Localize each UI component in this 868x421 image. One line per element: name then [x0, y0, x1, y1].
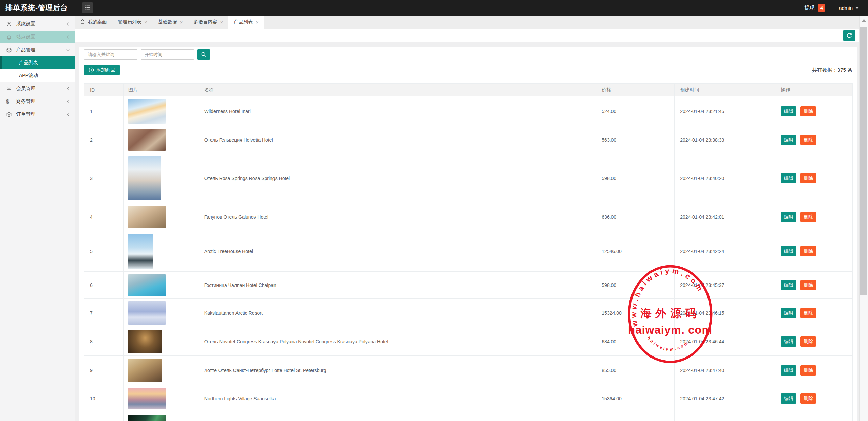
- tab-item-1[interactable]: 管理员列表 ×: [112, 16, 153, 29]
- cell-price: 12546.00: [596, 231, 675, 271]
- cell-id: 3: [84, 153, 124, 203]
- cell-operations: 编辑 删除: [775, 153, 852, 203]
- delete-button[interactable]: 删除: [800, 393, 816, 404]
- keyword-input[interactable]: [84, 49, 137, 60]
- tab-item-3[interactable]: 多语言内容 ×: [188, 16, 229, 29]
- edit-button[interactable]: 编辑: [781, 308, 796, 318]
- cell-operations: 编辑 删除: [775, 385, 852, 412]
- cell-operations: 编辑 删除: [775, 96, 852, 126]
- vertical-scrollbar[interactable]: [859, 16, 868, 421]
- tab-close-icon[interactable]: ×: [180, 20, 183, 25]
- chevron-left-icon: [66, 99, 70, 104]
- tab-label: 产品列表: [234, 19, 253, 25]
- add-product-label: 添加商品: [96, 67, 115, 73]
- edit-button[interactable]: 编辑: [781, 280, 796, 290]
- cell-image: [124, 299, 199, 327]
- sidebar-item-3[interactable]: 会员管理: [0, 82, 75, 95]
- edit-button[interactable]: 编辑: [781, 135, 796, 145]
- product-thumbnail: [128, 156, 161, 200]
- products-table: ID图片名称价格创建时间操作 1 Wilderness Hotel Inari …: [84, 83, 853, 421]
- cell-name: Гостиница Чалпан Hotel Chalpan: [199, 272, 596, 298]
- add-row: 添加商品 共有数据：375 条: [84, 65, 852, 75]
- cell-price: 15364.00: [596, 385, 675, 412]
- tab-item-4[interactable]: 产品列表 ×: [228, 16, 264, 29]
- cell-image: [124, 153, 199, 203]
- cell-name: Отель Гельвеция Helvetia Hotel: [199, 126, 596, 153]
- cell-id: 5: [84, 231, 124, 271]
- table-row: 4 Галунов Отель Galunov Hotel 636.00 202…: [84, 203, 852, 231]
- sidebar-item-2[interactable]: 产品管理: [0, 43, 75, 56]
- cell-price: 855.00: [596, 356, 675, 385]
- delete-button[interactable]: 删除: [800, 246, 816, 256]
- sidebar-item-label: 产品管理: [16, 47, 35, 53]
- cell-created: 2024-01-04 23:46:15: [675, 299, 775, 327]
- product-thumbnail: [128, 415, 166, 421]
- delete-button[interactable]: 删除: [800, 135, 816, 145]
- scrollbar-up-arrow-icon[interactable]: [862, 19, 866, 22]
- delete-button[interactable]: 删除: [800, 308, 816, 318]
- sidebar-item-1[interactable]: 站点设置: [0, 31, 75, 43]
- cell-operations: 编辑 删除: [775, 126, 852, 153]
- sidebar-item-4[interactable]: $ 财务管理: [0, 95, 75, 108]
- withdraw-link[interactable]: 提现: [804, 5, 814, 11]
- cell-name: Northern Lights Village Saariselka: [199, 385, 596, 412]
- cell-name: Wilderness Hotel Inari: [199, 96, 596, 126]
- edit-button[interactable]: 编辑: [781, 106, 796, 116]
- start-time-input[interactable]: [141, 49, 194, 60]
- cell-image: [124, 412, 199, 421]
- product-thumbnail: [128, 99, 166, 124]
- cell-image: [124, 385, 199, 412]
- table-row: 5 Arctic TreeHouse Hotel 12546.00 2024-0…: [84, 231, 852, 271]
- table-row: [84, 412, 852, 421]
- tab-close-icon[interactable]: ×: [220, 20, 223, 25]
- cell-name: Отель Novotel Congress Krasnaya Polyana …: [199, 327, 596, 355]
- delete-button[interactable]: 删除: [800, 173, 816, 183]
- edit-button[interactable]: 编辑: [781, 393, 796, 404]
- scrollbar-thumb[interactable]: [860, 27, 867, 295]
- delete-button[interactable]: 删除: [800, 212, 816, 222]
- table-row: 8 Отель Novotel Congress Krasnaya Polyan…: [84, 327, 852, 355]
- edit-button[interactable]: 编辑: [781, 336, 796, 347]
- edit-button[interactable]: 编辑: [781, 365, 796, 376]
- sidebar-item-0[interactable]: 系统设置: [0, 18, 75, 31]
- cell-price: 684.00: [596, 327, 675, 355]
- cell-name: Arctic TreeHouse Hotel: [199, 231, 596, 271]
- tab-label: 多语言内容: [194, 19, 218, 25]
- product-thumbnail: [128, 388, 166, 409]
- delete-button[interactable]: 删除: [800, 106, 816, 116]
- cell-operations: 编辑 删除: [775, 356, 852, 385]
- product-thumbnail: [128, 359, 162, 382]
- column-header-1: 图片: [124, 84, 199, 96]
- tab-close-icon[interactable]: ×: [256, 20, 259, 25]
- add-product-button[interactable]: 添加商品: [84, 65, 120, 75]
- admin-menu[interactable]: admin: [839, 5, 859, 11]
- cube-icon: [6, 112, 12, 117]
- tab-close-icon[interactable]: ×: [144, 20, 147, 25]
- table-row: 10 Northern Lights Village Saariselka 15…: [84, 385, 852, 412]
- app-body: 系统设置 站点设置 产品管理 产品列表 APP滚动 会员管理: [0, 16, 868, 421]
- tabbar: 我的桌面 管理员列表 × 基础数据 × 多语言内容 × 产品列表 ×: [75, 16, 859, 29]
- cell-id: 4: [84, 203, 124, 231]
- edit-button[interactable]: 编辑: [781, 246, 796, 256]
- delete-button[interactable]: 删除: [800, 365, 816, 376]
- chevron-down-icon: [66, 48, 70, 52]
- search-button[interactable]: [197, 49, 210, 60]
- tab-item-2[interactable]: 基础数据 ×: [153, 16, 188, 29]
- sidebar-subitem[interactable]: 产品列表: [0, 56, 75, 69]
- sidebar-subitem[interactable]: APP滚动: [0, 69, 75, 82]
- dollar-icon: $: [6, 99, 12, 105]
- edit-button[interactable]: 编辑: [781, 212, 796, 222]
- cell-created: 2024-01-04 23:45:37: [675, 272, 775, 298]
- edit-button[interactable]: 编辑: [781, 173, 796, 183]
- delete-button[interactable]: 删除: [800, 280, 816, 290]
- tab-home[interactable]: 我的桌面: [75, 16, 112, 29]
- refresh-button[interactable]: [843, 30, 855, 41]
- hamburger-menu-icon[interactable]: [82, 2, 93, 13]
- divider: [75, 42, 859, 47]
- delete-button[interactable]: 删除: [800, 336, 816, 347]
- sidebar-item-label: 系统设置: [16, 21, 35, 27]
- tab-label: 基础数据: [158, 19, 177, 25]
- chevron-left-icon: [66, 112, 70, 116]
- table-row: 2 Отель Гельвеция Helvetia Hotel 563.00 …: [84, 126, 852, 153]
- sidebar-item-5[interactable]: 订单管理: [0, 108, 75, 121]
